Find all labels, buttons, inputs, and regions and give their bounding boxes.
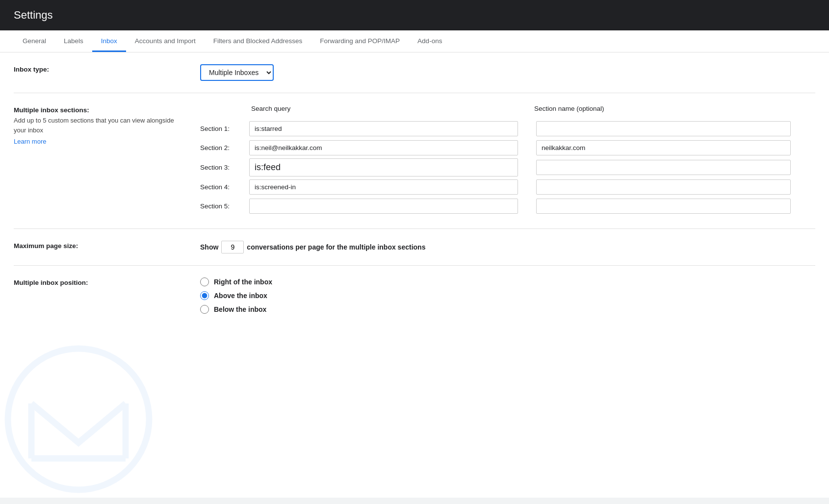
sections-table-header: Search query Section name (optional) xyxy=(200,105,815,116)
tab-nav: General Labels Inbox Accounts and Import… xyxy=(0,30,829,52)
section-name-header: Section name (optional) xyxy=(532,105,815,112)
max-page-size-label-col: Maximum page size: xyxy=(14,241,200,250)
multiple-inbox-sections-row: Multiple inbox sections: Add up to 5 cus… xyxy=(14,93,815,229)
max-page-size-label: Maximum page size: xyxy=(14,242,78,250)
section-2-name-cell xyxy=(532,140,815,155)
tab-inbox[interactable]: Inbox xyxy=(92,30,126,52)
section-1-label: Section 1: xyxy=(200,120,249,137)
section-3-label: Section 3: xyxy=(200,159,249,176)
section-col-empty xyxy=(200,105,249,112)
section-2-label: Section 2: xyxy=(200,139,249,156)
settings-title: Settings xyxy=(14,9,53,21)
section-4-name-cell xyxy=(532,179,815,195)
section-1-query-input[interactable] xyxy=(249,121,518,136)
svg-point-0 xyxy=(8,349,149,490)
sections-value-col: Search query Section name (optional) Sec… xyxy=(200,105,815,217)
settings-content: Inbox type: Default Important first Unre… xyxy=(0,52,829,498)
max-page-size-row: Maximum page size: Show conversations pe… xyxy=(14,229,815,266)
section-4-row: Section 4: xyxy=(200,178,815,196)
inbox-position-row: Multiple inbox position: Right of the in… xyxy=(14,266,815,326)
position-below-radio[interactable] xyxy=(200,305,209,314)
position-above-label[interactable]: Above the inbox xyxy=(200,291,815,300)
inbox-type-row: Inbox type: Default Important first Unre… xyxy=(14,52,815,93)
section-5-row: Section 5: xyxy=(200,198,815,215)
inbox-type-select[interactable]: Default Important first Unread first Sta… xyxy=(200,64,274,81)
inbox-type-label-col: Inbox type: xyxy=(14,64,200,73)
inbox-type-value-col: Default Important first Unread first Sta… xyxy=(200,64,815,81)
tab-filters[interactable]: Filters and Blocked Addresses xyxy=(205,30,311,52)
position-below-text: Below the inbox xyxy=(214,305,266,313)
section-4-name-input[interactable] xyxy=(536,179,791,195)
inbox-position-label: Multiple inbox position: xyxy=(14,279,88,286)
tab-labels[interactable]: Labels xyxy=(55,30,92,52)
position-above-text: Above the inbox xyxy=(214,292,267,300)
tab-general[interactable]: General xyxy=(14,30,55,52)
inbox-position-label-col: Multiple inbox position: xyxy=(14,277,200,286)
tab-forwarding[interactable]: Forwarding and POP/IMAP xyxy=(311,30,409,52)
section-4-query-cell xyxy=(249,179,532,195)
show-label: Show xyxy=(200,243,218,251)
inbox-position-radio-group: Right of the inbox Above the inbox Below… xyxy=(200,277,815,314)
section-2-query-cell xyxy=(249,140,532,155)
section-4-query-input[interactable] xyxy=(249,179,518,195)
page-size-input[interactable] xyxy=(221,241,244,253)
position-above-radio[interactable] xyxy=(200,291,209,300)
inbox-type-label: Inbox type: xyxy=(14,66,49,73)
section-2-name-input[interactable] xyxy=(536,140,791,155)
position-right-text: Right of the inbox xyxy=(214,278,272,286)
search-query-header: Search query xyxy=(249,105,532,112)
section-5-label: Section 5: xyxy=(200,198,249,215)
inbox-position-value-col: Right of the inbox Above the inbox Below… xyxy=(200,277,815,314)
position-right-radio[interactable] xyxy=(200,277,209,286)
section-1-row: Section 1: xyxy=(200,120,815,137)
section-3-row: Section 3: xyxy=(200,158,815,176)
watermark-icon xyxy=(0,341,157,498)
page-size-control: Show conversations per page for the mult… xyxy=(200,241,815,253)
section-3-query-input[interactable] xyxy=(249,158,518,176)
tab-accounts[interactable]: Accounts and Import xyxy=(126,30,205,52)
section-3-query-cell xyxy=(249,158,532,176)
section-4-label: Section 4: xyxy=(200,178,249,196)
section-1-name-input[interactable] xyxy=(536,121,791,136)
position-right-label[interactable]: Right of the inbox xyxy=(200,277,815,286)
max-page-size-value-col: Show conversations per page for the mult… xyxy=(200,241,815,253)
section-5-query-input[interactable] xyxy=(249,199,518,214)
section-5-query-cell xyxy=(249,199,532,214)
sections-label: Multiple inbox sections: xyxy=(14,106,89,114)
section-2-row: Section 2: xyxy=(200,139,815,156)
section-3-name-cell xyxy=(532,160,815,175)
section-2-query-input[interactable] xyxy=(249,140,518,155)
section-1-name-cell xyxy=(532,121,815,136)
top-bar: Settings xyxy=(0,0,829,30)
section-3-name-input[interactable] xyxy=(536,160,791,175)
sections-description: Add up to 5 custom sections that you can… xyxy=(14,116,184,135)
conversations-suffix: conversations per page for the multiple … xyxy=(247,243,425,251)
sections-label-col: Multiple inbox sections: Add up to 5 cus… xyxy=(14,105,200,145)
section-1-query-cell xyxy=(249,121,532,136)
learn-more-link[interactable]: Learn more xyxy=(14,138,46,145)
tab-addons[interactable]: Add-ons xyxy=(409,30,451,52)
section-5-name-cell xyxy=(532,199,815,214)
section-5-name-input[interactable] xyxy=(536,199,791,214)
position-below-label[interactable]: Below the inbox xyxy=(200,305,815,314)
